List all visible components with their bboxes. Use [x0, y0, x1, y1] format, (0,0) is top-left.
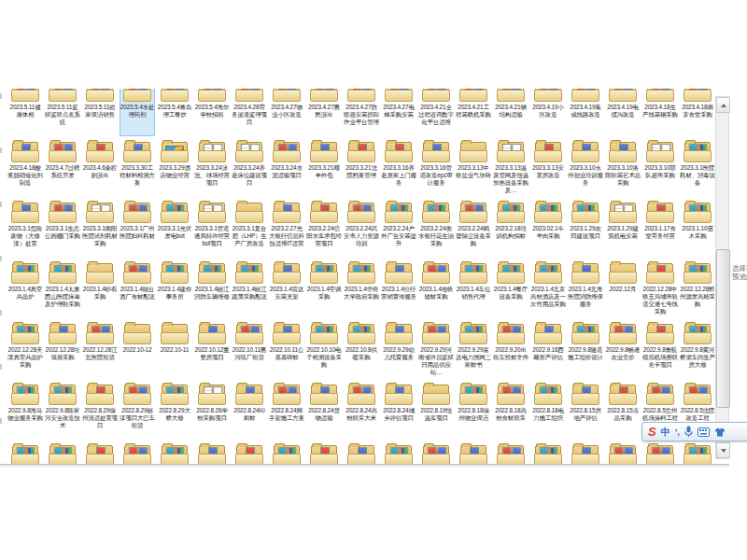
folder-item-selected[interactable]: 2023.5.4水处理药剂	[120, 89, 155, 136]
folder-item[interactable]: 2023.1.4建侨事务所	[157, 258, 192, 318]
folder-item[interactable]	[82, 440, 118, 465]
punctuation-toggle-icon[interactable]: ’,	[675, 427, 680, 437]
folder-item[interactable]: 2023.4.21钢结构运输	[493, 89, 529, 136]
folder-item[interactable]: 2022.12.28郑州源发高精采购	[680, 258, 715, 318]
folder-item[interactable]: 2023.4.19电缆沟改造	[605, 89, 641, 136]
folder-item[interactable]: 2023.02.1牛羊肉采购	[530, 197, 566, 258]
folder-item[interactable]	[642, 440, 678, 465]
folder-item[interactable]: 2022.8.29丽泽项目大巴车租赁	[120, 379, 155, 440]
chinese-english-toggle-icon[interactable]: 中	[661, 426, 670, 439]
folder-item[interactable]: 2023.3.1南阳医院试剂耗材采购	[82, 197, 118, 258]
vertical-scrollbar[interactable]	[715, 96, 729, 459]
folder-item[interactable]: 2022.10.11惠河纸厂租赁	[232, 318, 267, 379]
folder-item[interactable]: 2023.1.4砂石采购	[82, 258, 118, 318]
folder-item[interactable]: 2023.4.6秦腔剧演出	[82, 136, 118, 197]
folder-item[interactable]: 2022.8.29徐州清运处置项目	[82, 379, 118, 440]
folder-item[interactable]	[381, 440, 416, 465]
folder-item[interactable]: 2022.8.18高校食材联采	[493, 379, 529, 440]
scrollbar-down-button[interactable]	[716, 442, 730, 458]
folder-item[interactable]: 2023.3.16养老居家上门服务	[381, 136, 416, 197]
folder-item[interactable]: 2023.3.10部队超市采购	[642, 136, 678, 197]
folder-item[interactable]: 2023.2.18培训机构招标	[493, 197, 529, 258]
folder-item[interactable]: 2022.9.8隧道施工组价设计	[568, 318, 603, 379]
folder-item[interactable]: 2023.5.4海尔学校招租	[194, 89, 230, 136]
folder-item[interactable]: 2023.4.18南京食堂采购	[680, 89, 715, 136]
folder-item[interactable]: 2023.1.4分行营销宣传服务	[381, 258, 416, 318]
folder-item[interactable]	[418, 440, 454, 465]
folder-item[interactable]: 2023.3.21顺丰外包	[306, 136, 342, 197]
folder-item[interactable]: 2023.3.29酒店物业经营	[157, 136, 192, 197]
folder-item[interactable]: 2023.3.24养老床位建设项目	[232, 136, 267, 197]
folder-item[interactable]: 2022.8.18电力施工组织	[530, 379, 566, 440]
folder-item[interactable]	[157, 440, 192, 465]
folder-item[interactable]: 2023.1.4北海医院消防维保服务	[568, 258, 603, 318]
explorer-items-area[interactable]: 2023.5.11健康体检2023.5.11监狱监听点名系统2023.5.11皓…	[3, 89, 715, 465]
folder-item[interactable]: 2022.10-12	[120, 318, 155, 379]
folder-item[interactable]	[493, 440, 529, 465]
sogou-logo-icon[interactable]: S	[648, 425, 656, 439]
scrollbar-thumb[interactable]	[716, 249, 730, 408]
folder-item[interactable]: 2023.2.24鹤壁除尘设备采购	[456, 197, 491, 258]
folder-item[interactable]: 2023.1.4车位销售代理	[456, 258, 491, 318]
folder-item[interactable]: 2023.1.4丽江消防车辆维修	[194, 258, 230, 318]
folder-item[interactable]: 2022.8.24印刷标	[232, 379, 267, 440]
folder-item[interactable]: 2023.3.1复合肥（LHP）生产厂房改造	[232, 197, 267, 258]
folder-item[interactable]: 2022.10-11	[157, 318, 192, 379]
folder-item[interactable]: 2023.5.11健康体检	[7, 89, 43, 136]
folder-item[interactable]	[45, 440, 80, 465]
folder-item[interactable]	[680, 440, 715, 465]
folder-item[interactable]	[269, 440, 304, 465]
folder-item[interactable]: 2023.3.1医院耗材、消毒设备	[680, 136, 715, 197]
folder-item[interactable]: 2023.3.30工程材料检测方案	[120, 136, 155, 197]
folder-item[interactable]: 2023.4.18生产线装钢采购	[642, 89, 678, 136]
folder-item[interactable]: 2023.3.24泳池、球场经营项目	[194, 136, 230, 197]
ime-toolbar[interactable]: S 中 ’,	[641, 422, 747, 441]
folder-item[interactable]	[530, 440, 566, 465]
folder-item[interactable]: 2022.8.29大桥大修	[157, 379, 192, 440]
soft-keyboard-icon[interactable]	[698, 427, 710, 437]
folder-item[interactable]: 2023.5.4青岛理工餐饮	[157, 89, 192, 136]
folder-item[interactable]	[568, 440, 603, 465]
folder-item[interactable]: 2023.4.27惠民演出	[306, 89, 342, 136]
folder-item[interactable]	[605, 440, 641, 465]
folder-item[interactable]: 2022.9.8青航模拟机场景联名卡项目	[642, 318, 678, 379]
folder-item[interactable]: 2022.8.18徐州物业保洁	[456, 379, 491, 440]
folder-item[interactable]: 2023.1.4丽江蔬菜采购配送	[232, 258, 267, 318]
folder-item[interactable]: 2023.1.29农田建设项目	[568, 197, 603, 258]
folder-item[interactable]: 2022.8.15房地产评估	[568, 379, 603, 440]
folder-item[interactable]: 2023.1.4太原西山医院床单及护理鞋采购	[45, 258, 80, 318]
folder-item[interactable]: 2023.3.13安置房改造	[530, 136, 566, 197]
folder-item[interactable]: 2022.9.8畅通农业竞价	[605, 318, 641, 379]
folder-item[interactable]: 2022.10.8供暖采购	[344, 318, 379, 379]
folder-item[interactable]: 2022.9.8海马物业服务采购	[7, 379, 43, 440]
folder-item[interactable]: 2023.4.27防喷器安装拆卸作业平台管理	[344, 89, 379, 136]
folder-item[interactable]: 2022.10.10电子检测设备采购	[306, 318, 342, 379]
folder-item[interactable]: 2023.1.29建筑机电安装	[605, 197, 641, 258]
folder-item[interactable]: 2023.1.4地铁辅材采购	[418, 258, 454, 318]
folder-item[interactable]: 2023.2.24武安市人力资源培训	[344, 197, 379, 258]
folder-item[interactable]: 2023.1.4雷达安装支架	[269, 258, 304, 318]
folder-item[interactable]: 2023.1.4真空共晶炉	[7, 258, 43, 318]
folder-item[interactable]: 2022.9.8陈家河安全改造技术	[45, 379, 80, 440]
folder-item[interactable]: 2023.1.17食堂劳务经营	[642, 197, 678, 258]
folder-item[interactable]: 2022.9.29富达电力国网三家标书	[456, 318, 491, 379]
folder-item[interactable]: 2022.8.19恒温库项目	[418, 379, 454, 440]
folder-item[interactable]: 2022.12.28中铁五局城市轨道交通七号线采购	[642, 258, 678, 318]
folder-item[interactable]: 2022.12.28垃圾袋采购	[45, 318, 80, 379]
folder-item[interactable]: 2023.1.10苗木采购	[680, 197, 715, 258]
folder-item[interactable]: 2023.4.27物业小区改造	[269, 89, 304, 136]
folder-item[interactable]: 2022.10.11公墓墓碑标	[269, 318, 304, 379]
folder-item[interactable]: 2022.12月	[605, 258, 641, 318]
folder-item[interactable]	[232, 440, 267, 465]
folder-item[interactable]: 2022.8.24城乡评估项目	[381, 379, 416, 440]
folder-item[interactable]: 2023.4.21工程装载机采购	[456, 89, 491, 136]
folder-item[interactable]: 2023.3.16管道改造epc审计服务	[418, 136, 454, 197]
folder-item[interactable]	[194, 440, 230, 465]
folder-item[interactable]: 2023.3.1广州医院妇科耗材	[120, 197, 155, 258]
folder-item[interactable]: 2023.1.4华侨大学政府采购	[344, 258, 379, 318]
scrollbar-up-button[interactable]	[716, 97, 730, 113]
folder-item[interactable]: 2022.8.26学校采购项目	[194, 379, 230, 440]
folder-item[interactable]: 2023.3.1危险废物（大修渣）处置	[7, 197, 43, 258]
skin-shirt-icon[interactable]	[714, 427, 726, 437]
folder-item[interactable]: 2023.1.4北京高校酒店及一次性用品采购	[530, 258, 566, 318]
